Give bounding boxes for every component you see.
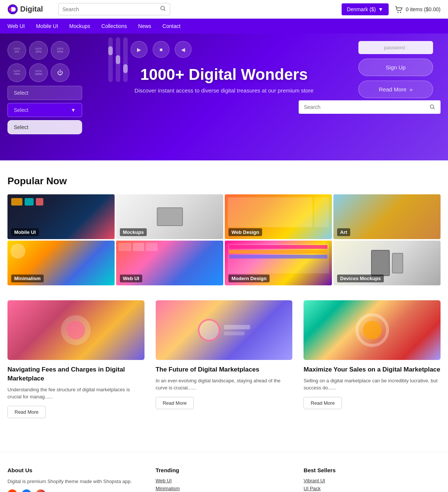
hero-search-icon [430,104,435,110]
cart-text: 0 items ($0.00) [406,6,441,12]
chevron-down-icon: ▼ [71,107,76,113]
svg-point-4 [397,12,398,13]
logo-icon [7,4,18,15]
footer-bestseller-link-1[interactable]: Vibrant UI [304,478,441,483]
blog-card-2: The Future of Digital Marketplaces In an… [156,300,293,418]
main-content: Popular Now Mobile UI Mockups [0,160,448,452]
hero-right-elements: password : Sign Up Read More » [358,41,433,98]
hero-circles-row-2: DATA 75% DATA 100% ⏻ [7,63,82,82]
nav-item-collections[interactable]: Collections [102,19,127,34]
hero-subtitle: Discover instant access to diverse digit… [134,87,313,94]
nav-item-mobile-ui[interactable]: Mobile UI [36,19,58,34]
social-reddit[interactable]: r [7,489,17,492]
hero-search-input[interactable] [304,104,427,110]
hero-play-btn-1: ▶ [131,41,147,58]
logo[interactable]: Digital [7,4,52,15]
read-more-btn-1[interactable]: Read More [7,406,46,418]
svg-point-1 [9,8,12,10]
grid-item-web-ui[interactable]: Web UI [116,241,223,285]
nav-item-web-ui[interactable]: Web UI [7,19,25,34]
grid-item-web-design[interactable]: Web Design [225,194,332,239]
footer-bestsellers-title: Best Sellers [304,467,441,473]
grid-item-label-web-ui: Web UI [120,275,142,282]
hero-circles-row-1: DATA 0% DATA 25% DATA 50% [7,41,82,60]
nav-item-mockups[interactable]: Mockups [69,19,90,34]
currency-chevron-icon: ▼ [378,6,383,12]
grid-item-art[interactable]: Art [333,194,441,239]
footer-trending-link-2[interactable]: Minimalism [156,486,293,491]
svg-line-7 [433,108,435,109]
hero-slider-area [108,37,128,82]
hero-title: 1000+ Digital Wonders [134,66,313,84]
blog-image-2 [156,300,293,360]
header-search-input[interactable] [62,6,160,12]
hero-rewind-btn: ◀ [175,41,192,58]
svg-point-6 [430,104,433,108]
grid-item-label-devices: Devices Mockups [337,275,384,282]
grid-item-mobile-ui[interactable]: Mobile UI [7,194,115,239]
cart-area[interactable]: 0 items ($0.00) [395,5,441,13]
grid-item-label-mockups: Mockups [120,228,147,236]
hero-stop-btn: ■ [153,41,169,58]
blog-title-2: The Future of Digital Marketplaces [156,365,293,374]
header: Digital Denmark ($) ▼ 0 items ($0.00) [0,0,448,19]
hero-circle-3: DATA 50% [51,41,69,60]
hero-circle-2: DATA 25% [29,41,48,60]
search-icon [160,6,166,12]
hero-slider-3 [123,37,128,82]
nav-item-news[interactable]: News [138,19,151,34]
blog-excerpt-3: Selling on a digital marketplace can be … [304,377,441,392]
blog-card-3: Maximize Your Sales on a Digital Marketp… [304,300,441,418]
header-search-button[interactable] [160,6,166,13]
blog-card-1: Navigating Fees and Charges in Digital M… [7,300,144,418]
social-facebook[interactable]: f [22,489,31,492]
popular-now-title: Popular Now [7,175,441,187]
hero-readmore-button: Read More » [358,81,433,98]
blog-excerpt-2: In an ever-evolving digital landscape, s… [156,377,293,392]
grid-item-minimalism[interactable]: Minimalism [7,241,115,285]
hero-circle-power: ⏻ [51,63,69,82]
hero-search-area[interactable] [299,100,441,114]
popular-now-grid: Mobile UI Mockups Web Design Art [7,194,441,285]
hero-select-3: Select [7,120,82,134]
hero-circle-4: DATA 75% [7,63,26,82]
grid-item-devices[interactable]: Devices Mockups [333,241,441,285]
cart-icon [395,5,403,13]
footer-trending-link-1[interactable]: Web UI [156,478,293,483]
grid-item-label-web-design: Web Design [228,228,262,236]
hero-slider-1 [108,37,113,82]
hero-select-boxes: Select Select ▼ Select [7,86,82,134]
social-instagram[interactable]: 📷 [36,489,46,492]
hero-select-2: Select ▼ [7,103,82,117]
footer: About Us Digital is premium Shopify them… [0,452,448,492]
grid-item-label-minimalism: Minimalism [11,275,44,282]
grid-item-modern-design[interactable]: Modern Design [225,241,332,285]
blog-title-1: Navigating Fees and Charges in Digital M… [7,365,144,383]
footer-links-section: About Us Digital is premium Shopify them… [0,452,448,492]
header-search-box[interactable] [58,3,170,15]
hero-search-box[interactable] [299,100,441,114]
grid-item-mockups[interactable]: Mockups [116,194,223,239]
grid-item-label-art: Art [337,228,350,236]
read-more-btn-3[interactable]: Read More [304,397,342,409]
svg-point-2 [161,6,165,10]
hero-signup-button: Sign Up [358,59,433,76]
blog-title-3: Maximize Your Sales on a Digital Marketp… [304,365,441,374]
svg-line-3 [164,10,166,11]
grid-item-label-mobile-ui: Mobile UI [11,228,39,236]
nav-item-contact[interactable]: Contact [162,19,180,34]
hero-slider-2 [116,37,120,82]
logo-text: Digital [20,5,43,13]
footer-about-text: Digital is premium Shopify theme made wi… [7,478,144,485]
header-right: Denmark ($) ▼ 0 items ($0.00) [342,3,441,15]
footer-about-col: About Us Digital is premium Shopify them… [7,467,144,492]
currency-selector[interactable]: Denmark ($) ▼ [342,3,389,15]
main-nav: Web UI Mobile UI Mockups Collections New… [0,19,448,34]
read-more-btn-2[interactable]: Read More [156,397,194,409]
double-chevron-icon: » [410,86,413,93]
footer-bestseller-link-2[interactable]: UI Pack [304,486,441,491]
hero-left-elements: DATA 0% DATA 25% DATA 50% DATA 75% DATA … [7,41,82,134]
grid-item-label-modern-design: Modern Design [228,275,270,282]
footer-trending-title: Trending [156,467,293,473]
hero-section: DATA 0% DATA 25% DATA 50% DATA 75% DATA … [0,34,448,160]
